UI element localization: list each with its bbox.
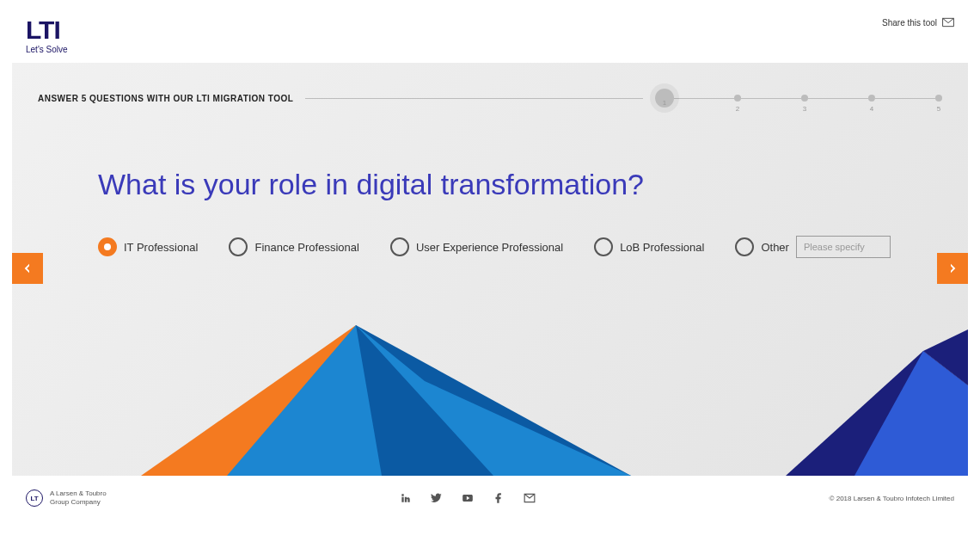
brand-logo: LTI Let's Solve — [26, 17, 68, 54]
radio-icon — [390, 237, 409, 256]
step-1[interactable]: 1 — [655, 89, 674, 108]
svg-marker-4 — [786, 351, 968, 476]
step-indicator: 1 2 3 4 5 — [655, 89, 942, 108]
svg-marker-6 — [923, 329, 968, 385]
other-specify-input[interactable] — [796, 236, 891, 258]
arrow-right-icon — [946, 262, 959, 275]
prev-button[interactable] — [12, 253, 43, 284]
option-lob-professional[interactable]: LoB Professional — [594, 237, 704, 256]
option-label: Finance Professional — [254, 241, 358, 254]
step-4[interactable]: 4 — [868, 95, 875, 102]
option-ux-professional[interactable]: User Experience Professional — [390, 237, 563, 256]
option-other[interactable]: Other — [735, 236, 891, 258]
option-it-professional[interactable]: IT Professional — [98, 237, 198, 256]
facebook-icon[interactable] — [492, 491, 505, 505]
brand-name: LTI — [26, 17, 68, 43]
radio-icon — [98, 237, 117, 256]
next-button[interactable] — [937, 253, 968, 284]
step-3[interactable]: 3 — [801, 95, 808, 102]
svg-marker-2 — [356, 325, 631, 476]
share-label: Share this tool — [882, 18, 937, 28]
svg-marker-3 — [356, 325, 631, 476]
radio-icon — [735, 237, 754, 256]
decorative-shapes — [12, 304, 968, 476]
question-text: What is your role in digital transformat… — [98, 168, 968, 201]
mail-icon — [942, 17, 954, 28]
option-finance-professional[interactable]: Finance Professional — [229, 237, 358, 256]
company-line-1: A Larsen & Toubro — [50, 489, 107, 498]
question-panel: ANSWER 5 QUESTIONS WITH OUR LTI MIGRATIO… — [12, 63, 968, 476]
option-label: Other — [761, 241, 789, 254]
radio-icon — [229, 237, 248, 256]
header-divider — [305, 98, 643, 99]
copyright-text: © 2018 Larsen & Toubro Infotech Limited — [830, 495, 954, 502]
linkedin-icon[interactable] — [399, 491, 413, 505]
footer-company: LT A Larsen & Toubro Group Company — [26, 489, 107, 507]
svg-marker-0 — [141, 325, 459, 476]
svg-marker-1 — [227, 325, 425, 476]
twitter-icon[interactable] — [430, 491, 444, 505]
brand-tagline: Let's Solve — [26, 45, 68, 54]
svg-marker-5 — [854, 351, 968, 476]
step-2[interactable]: 2 — [734, 95, 741, 102]
panel-heading: ANSWER 5 QUESTIONS WITH OUR LTI MIGRATIO… — [38, 94, 293, 103]
radio-icon — [594, 237, 613, 256]
option-label: User Experience Professional — [416, 241, 563, 254]
arrow-left-icon — [21, 262, 34, 275]
social-links — [399, 491, 536, 505]
options-row: IT Professional Finance Professional Use… — [98, 236, 968, 258]
company-line-2: Group Company — [50, 498, 107, 507]
option-label: LoB Professional — [620, 241, 704, 254]
share-tool-link[interactable]: Share this tool — [882, 17, 954, 28]
youtube-icon[interactable] — [461, 491, 475, 505]
step-5[interactable]: 5 — [935, 95, 942, 102]
mail-footer-icon[interactable] — [523, 491, 536, 505]
lt-logo-icon: LT — [26, 489, 43, 507]
option-label: IT Professional — [124, 241, 198, 254]
